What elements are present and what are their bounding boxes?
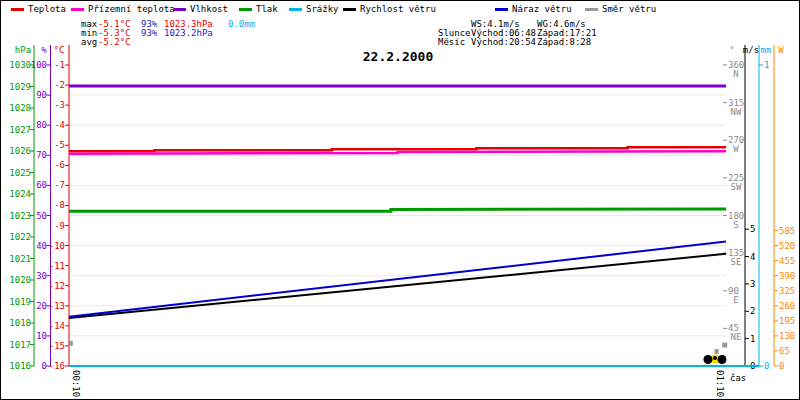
svg-text:70: 70 bbox=[36, 150, 47, 160]
series-smer-vetru bbox=[68, 341, 727, 348]
svg-text:-7: -7 bbox=[54, 180, 65, 190]
svg-text:W: W bbox=[778, 45, 784, 55]
svg-text:hPa: hPa bbox=[15, 45, 31, 55]
svg-text:1022: 1022 bbox=[9, 232, 31, 242]
svg-text:-10: -10 bbox=[49, 241, 65, 251]
svg-text:°: ° bbox=[729, 45, 734, 55]
svg-text:0: 0 bbox=[779, 361, 784, 371]
svg-text:-13: -13 bbox=[49, 301, 65, 311]
svg-text:0: 0 bbox=[42, 361, 47, 371]
x-axis-title: čas bbox=[730, 373, 746, 383]
x-tick-label: 00:10 bbox=[71, 370, 81, 397]
time-axis: 00:1001:10čas bbox=[69, 367, 746, 398]
svg-text:E: E bbox=[733, 295, 738, 305]
svg-text:-16: -16 bbox=[49, 361, 65, 371]
svg-text:-15: -15 bbox=[49, 341, 65, 351]
svg-text:130: 130 bbox=[779, 331, 795, 341]
svg-text:325: 325 bbox=[779, 286, 795, 296]
svg-text:-12: -12 bbox=[49, 281, 65, 291]
svg-text:SW: SW bbox=[731, 182, 742, 192]
svg-text:585: 585 bbox=[779, 226, 795, 236]
svg-text:1025: 1025 bbox=[9, 168, 31, 178]
axis-w: W585520455390325260195130650 bbox=[774, 45, 795, 371]
series-tlak bbox=[69, 209, 726, 211]
svg-text:0: 0 bbox=[764, 361, 769, 371]
axis-mm: mm10 bbox=[759, 45, 771, 371]
svg-text:260: 260 bbox=[779, 301, 795, 311]
chart-canvas: hPa1030102910281027102610251024102310221… bbox=[1, 1, 800, 400]
svg-text:60: 60 bbox=[36, 180, 47, 190]
x-tick-label: 01:10 bbox=[715, 370, 725, 397]
svg-text:NW: NW bbox=[731, 107, 742, 117]
svg-text:1027: 1027 bbox=[9, 125, 31, 135]
svg-text:90: 90 bbox=[36, 90, 47, 100]
axis-degC: °C-1-2-3-4-5-6-7-8-9-10-11-12-13-14-15-1… bbox=[49, 45, 69, 371]
svg-text:°C: °C bbox=[54, 45, 65, 55]
svg-text:1029: 1029 bbox=[9, 82, 31, 92]
svg-text:1019: 1019 bbox=[9, 297, 31, 307]
svg-text:390: 390 bbox=[779, 271, 795, 281]
svg-text:1016: 1016 bbox=[9, 361, 31, 371]
grid-lines bbox=[69, 95, 726, 336]
svg-text:1: 1 bbox=[764, 60, 769, 70]
svg-text:NE: NE bbox=[731, 332, 742, 342]
svg-text:1026: 1026 bbox=[9, 146, 31, 156]
svg-text:1024: 1024 bbox=[9, 189, 31, 199]
svg-text:1028: 1028 bbox=[9, 103, 31, 113]
svg-text:-14: -14 bbox=[49, 321, 65, 331]
svg-text:-8: -8 bbox=[54, 200, 65, 210]
svg-text:30: 30 bbox=[36, 271, 47, 281]
svg-text:-4: -4 bbox=[54, 120, 65, 130]
axis-deg: °360N315NW270W225SW180S135SE90E45NE bbox=[723, 45, 744, 342]
svg-text:455: 455 bbox=[779, 256, 795, 266]
svg-text:W: W bbox=[733, 144, 739, 154]
sun-moon-icon bbox=[704, 349, 727, 364]
axis-hpa: hPa1030102910281027102610251024102310221… bbox=[9, 45, 34, 371]
svg-text:20: 20 bbox=[36, 301, 47, 311]
series-rychlost-vetru bbox=[69, 254, 726, 318]
svg-text:1021: 1021 bbox=[9, 254, 31, 264]
svg-text:5: 5 bbox=[750, 224, 755, 234]
svg-text:-2: -2 bbox=[54, 80, 65, 90]
svg-text:1017: 1017 bbox=[9, 340, 31, 350]
svg-text:195: 195 bbox=[779, 316, 795, 326]
svg-text:1030: 1030 bbox=[9, 60, 31, 70]
svg-text:10: 10 bbox=[36, 331, 47, 341]
svg-text:S: S bbox=[733, 220, 738, 230]
svg-text:-6: -6 bbox=[54, 160, 65, 170]
series-prizemni-teplota bbox=[69, 151, 726, 153]
weather-chart-window: TeplotaPřízemní teplotaVlhkostTlakSrážky… bbox=[0, 0, 800, 400]
svg-text:50: 50 bbox=[36, 211, 47, 221]
svg-text:65: 65 bbox=[779, 346, 790, 356]
svg-text:520: 520 bbox=[779, 241, 795, 251]
svg-text:1020: 1020 bbox=[9, 275, 31, 285]
svg-text:3: 3 bbox=[750, 279, 755, 289]
svg-text:1018: 1018 bbox=[9, 318, 31, 328]
svg-text:4: 4 bbox=[750, 252, 755, 262]
svg-text:2: 2 bbox=[750, 306, 755, 316]
svg-text:80: 80 bbox=[36, 120, 47, 130]
svg-text:-9: -9 bbox=[54, 221, 65, 231]
svg-text:-1: -1 bbox=[54, 60, 65, 70]
svg-text:SE: SE bbox=[731, 257, 742, 267]
svg-text:1: 1 bbox=[750, 334, 755, 344]
svg-text:mm: mm bbox=[761, 45, 772, 55]
svg-text:40: 40 bbox=[36, 241, 47, 251]
svg-text:N: N bbox=[733, 69, 738, 79]
svg-text:100: 100 bbox=[31, 60, 47, 70]
svg-text:-11: -11 bbox=[49, 261, 65, 271]
axis-ms: m/s543210 bbox=[743, 45, 759, 371]
svg-text:1023: 1023 bbox=[9, 211, 31, 221]
svg-text:-3: -3 bbox=[54, 100, 65, 110]
svg-text:-5: -5 bbox=[54, 140, 65, 150]
svg-text:%: % bbox=[41, 45, 47, 55]
